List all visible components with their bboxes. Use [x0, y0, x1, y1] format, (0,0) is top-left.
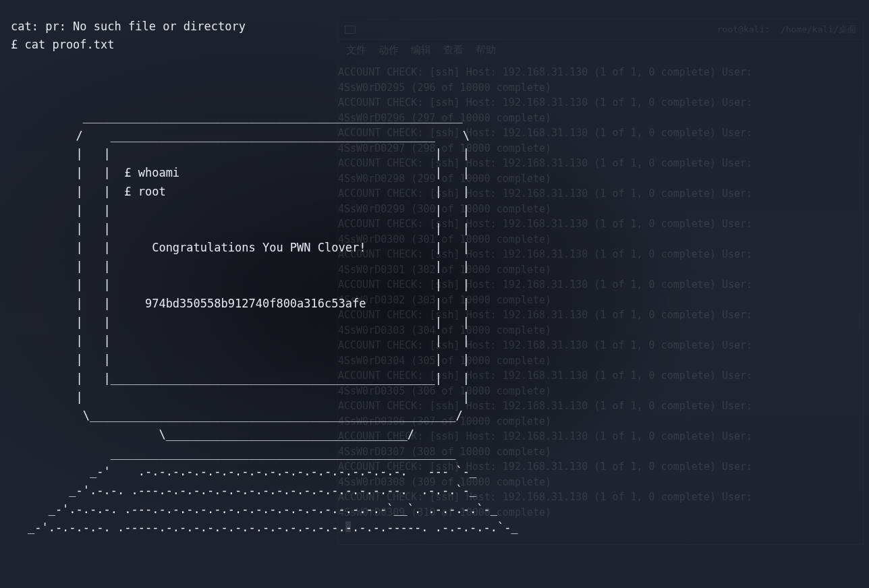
terminal-line-command: £ cat proof.txt — [11, 38, 115, 51]
ascii-line: / ______________________________________… — [0, 129, 470, 142]
ascii-line: | | | | — [0, 334, 470, 347]
ascii-line: | | | | — [0, 204, 470, 217]
foreground-terminal[interactable]: cat: pr: No such file or directory £ cat… — [0, 0, 869, 71]
ascii-line: | | | | — [0, 278, 470, 291]
ascii-line: | | | | — [0, 316, 470, 329]
ascii-line: \___________________________________/ — [0, 428, 414, 441]
ascii-line: \_______________________________________… — [0, 409, 463, 422]
ascii-line: | | | | — [0, 353, 470, 366]
ascii-line: | | £ whoami | | — [0, 166, 470, 179]
ascii-line: | | — [0, 390, 470, 404]
terminal-line-error: cat: pr: No such file or directory — [11, 20, 246, 33]
desktop: { "fg_terminal": { "line_err": "cat: pr:… — [0, 0, 869, 588]
ascii-line: _-'.-.-.-. .---.-.-.-.-.-.-.-.-.-.-.-.-.… — [0, 502, 497, 516]
proof-ascii-art: ________________________________________… — [0, 108, 869, 537]
ascii-line: | | 974bd350558b912740f800a316c53afe | | — [0, 297, 470, 310]
ascii-line: | | £ root | | — [0, 185, 470, 198]
ascii-line: ________________________________________… — [0, 446, 456, 460]
ascii-line: | | | | — [0, 222, 470, 235]
ascii-line: ________________________________________… — [0, 110, 463, 123]
ascii-line: | | Congratulations You PWN Clover! | | — [0, 241, 470, 254]
ascii-line: | | | | — [0, 260, 470, 273]
ascii-line: _-' .-.-.-.-.-.-.-.-.-.-.-.-.-.-.-.-.-.-… — [0, 465, 476, 478]
ascii-line: _-'.-.-. .---.-.-.-.-.-.-.-.-.-.-.-.-.-.… — [0, 483, 476, 497]
ascii-line: _-'.-.-.-.-. .-----.-.-.-.-.-.-.-.-.-.-.… — [0, 521, 518, 534]
ascii-line: | |_____________________________________… — [0, 372, 470, 385]
ascii-line: | | | | — [0, 147, 470, 160]
